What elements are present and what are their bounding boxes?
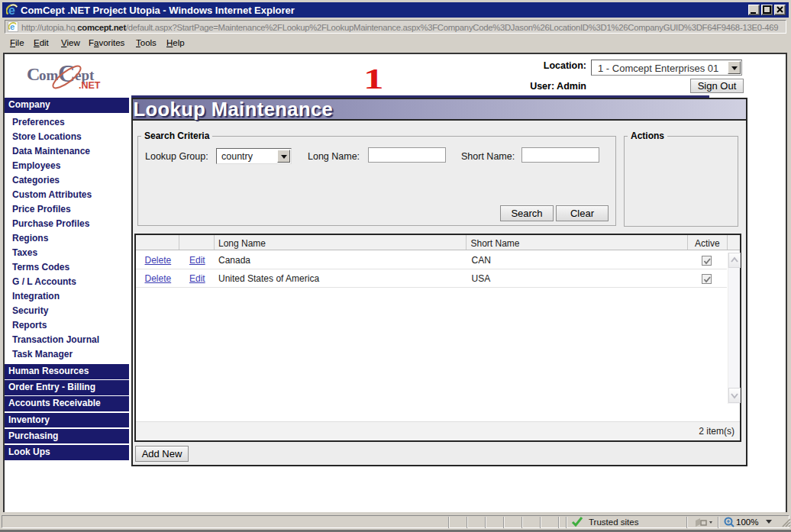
svg-text:C: C — [27, 64, 40, 84]
svg-text:.NET: .NET — [79, 80, 101, 91]
